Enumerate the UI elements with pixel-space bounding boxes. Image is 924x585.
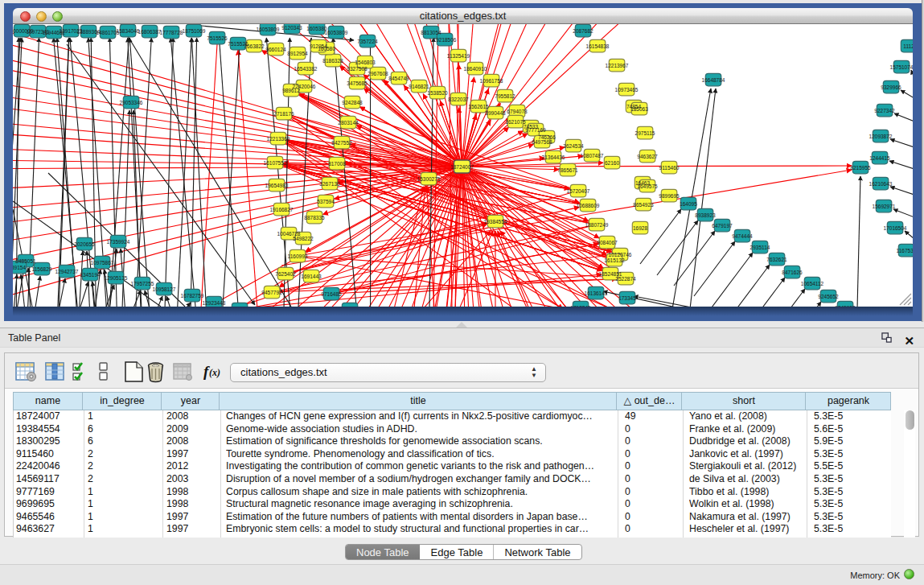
svg-text:2087682: 2087682: [573, 28, 593, 34]
svg-text:19654983: 19654983: [265, 183, 289, 188]
svg-text:9227342: 9227342: [874, 108, 895, 113]
svg-text:12942737: 12942737: [55, 269, 79, 274]
svg-text:18751069: 18751069: [183, 28, 206, 34]
svg-text:1691443: 1691443: [301, 274, 322, 279]
svg-text:6794078: 6794078: [507, 109, 528, 114]
svg-text:29053346: 29053346: [120, 100, 143, 105]
svg-text:8427552: 8427552: [331, 140, 352, 146]
svg-text:16053809: 16053809: [257, 27, 280, 32]
svg-text:7632621: 7632621: [766, 257, 787, 262]
svg-text:16154838: 16154838: [586, 43, 610, 49]
svg-text:1167531: 1167531: [897, 248, 913, 253]
svg-text:9242848: 9242848: [342, 100, 363, 105]
svg-text:9474444: 9474444: [732, 233, 753, 239]
svg-text:1562615: 1562615: [468, 104, 489, 109]
svg-text:11325419: 11325419: [447, 53, 470, 59]
svg-text:10961758: 10961758: [480, 78, 503, 84]
svg-text:7357224: 7357224: [357, 39, 378, 44]
svg-text:16928: 16928: [633, 225, 647, 231]
svg-text:537594: 537594: [317, 199, 335, 204]
svg-text:9146821: 9146821: [409, 84, 429, 89]
svg-text:8654923: 8654923: [633, 202, 654, 208]
svg-text:6479197: 6479197: [712, 223, 733, 229]
svg-text:17016504: 17016504: [884, 225, 907, 231]
svg-text:2967608: 2967608: [368, 71, 388, 76]
svg-text:164095: 164095: [680, 201, 697, 207]
svg-text:9245652: 9245652: [818, 294, 839, 299]
svg-text:3267130: 3267130: [319, 181, 340, 187]
svg-text:9327508: 9327508: [347, 66, 368, 72]
svg-text:8471626: 8471626: [782, 270, 803, 275]
svg-text:9899695: 9899695: [659, 193, 680, 199]
svg-text:15720407: 15720407: [567, 188, 590, 194]
svg-text:16210643: 16210643: [869, 181, 893, 187]
svg-text:173345: 173345: [618, 295, 636, 301]
svg-text:17778728: 17778728: [160, 30, 183, 35]
svg-text:9463627: 9463627: [637, 154, 658, 159]
svg-text:8454749: 8454749: [388, 76, 409, 81]
svg-text:9777169: 9777169: [525, 127, 546, 133]
svg-text:1615132: 1615132: [604, 257, 625, 263]
svg-text:(x): (x): [209, 367, 220, 378]
svg-text:1345194: 1345194: [80, 272, 101, 278]
svg-text:2975115: 2975115: [635, 130, 655, 136]
svg-text:18807249: 18807249: [585, 222, 609, 228]
svg-text:19384554: 19384554: [484, 219, 507, 225]
svg-text:2718176: 2718176: [273, 111, 294, 117]
svg-text:7663822: 7663822: [244, 43, 265, 49]
svg-text:9329966: 9329966: [881, 84, 901, 90]
svg-text:8938923: 8938923: [695, 212, 716, 218]
svg-text:1160993: 1160993: [288, 253, 308, 259]
svg-text:1244415: 1244415: [869, 155, 890, 161]
svg-text:10654112: 10654112: [801, 281, 824, 286]
svg-text:9716485: 9716485: [321, 291, 342, 297]
svg-text:8186328: 8186328: [322, 58, 343, 64]
svg-text:2522874: 2522874: [615, 276, 636, 282]
svg-text:12923448: 12923448: [203, 300, 226, 306]
svg-text:3475685: 3475685: [347, 80, 368, 86]
svg-text:8912954: 8912954: [287, 51, 308, 56]
svg-text:39154: 39154: [13, 265, 26, 270]
svg-text:62160: 62160: [605, 160, 619, 166]
svg-text:16107552: 16107552: [264, 160, 287, 166]
svg-text:10975867: 10975867: [91, 260, 114, 266]
svg-text:17957255: 17957255: [131, 281, 154, 286]
svg-text:2020655: 2020655: [74, 241, 95, 247]
svg-text:15300275: 15300275: [417, 176, 441, 182]
svg-text:9115460: 9115460: [659, 165, 680, 171]
svg-text:10120746: 10120746: [609, 252, 632, 257]
svg-text:9084067: 9084067: [597, 240, 618, 245]
svg-text:16136141: 16136141: [585, 290, 608, 296]
svg-text:10973465: 10973465: [615, 87, 639, 93]
svg-text:7865671: 7865671: [557, 167, 578, 173]
svg-text:12905135: 12905135: [105, 275, 128, 281]
svg-text:10958127: 10958127: [153, 286, 176, 292]
svg-text:1538520: 1538520: [427, 90, 448, 96]
svg-text:1649575: 1649575: [637, 183, 658, 189]
svg-text:12093872: 12093872: [869, 134, 893, 139]
svg-text:8990448: 8990448: [485, 110, 506, 116]
svg-text:3624534: 3624534: [563, 143, 584, 149]
svg-text:19218506: 19218506: [433, 37, 457, 43]
svg-text:12213967: 12213967: [606, 63, 629, 68]
svg-text:16053809: 16053809: [325, 30, 348, 35]
svg-text:18640910: 18640910: [464, 66, 487, 72]
svg-text:8215955: 8215955: [850, 165, 871, 171]
svg-text:12213369: 12213369: [267, 136, 290, 142]
svg-text:2803144: 2803144: [338, 120, 359, 126]
svg-text:10807487: 10807487: [581, 153, 604, 159]
svg-text:7955812: 7955812: [495, 93, 515, 99]
svg-text:6497568: 6497568: [532, 139, 552, 145]
svg-text:7625402: 7625402: [275, 271, 296, 277]
svg-text:1546803: 1546803: [355, 60, 376, 65]
svg-text:16806387: 16806387: [138, 29, 162, 35]
svg-text:5498222: 5498222: [293, 236, 314, 241]
svg-text:9660124: 9660124: [265, 47, 286, 52]
svg-text:10688609: 10688609: [577, 203, 600, 208]
svg-text:8322037: 8322037: [448, 97, 469, 102]
svg-text:989612: 989612: [282, 88, 300, 93]
svg-text:7515526: 7515526: [207, 35, 228, 41]
svg-text:912954: 912954: [310, 43, 327, 49]
svg-text:19166827: 19166827: [270, 207, 294, 212]
svg-text:1156829: 1156829: [32, 266, 52, 272]
